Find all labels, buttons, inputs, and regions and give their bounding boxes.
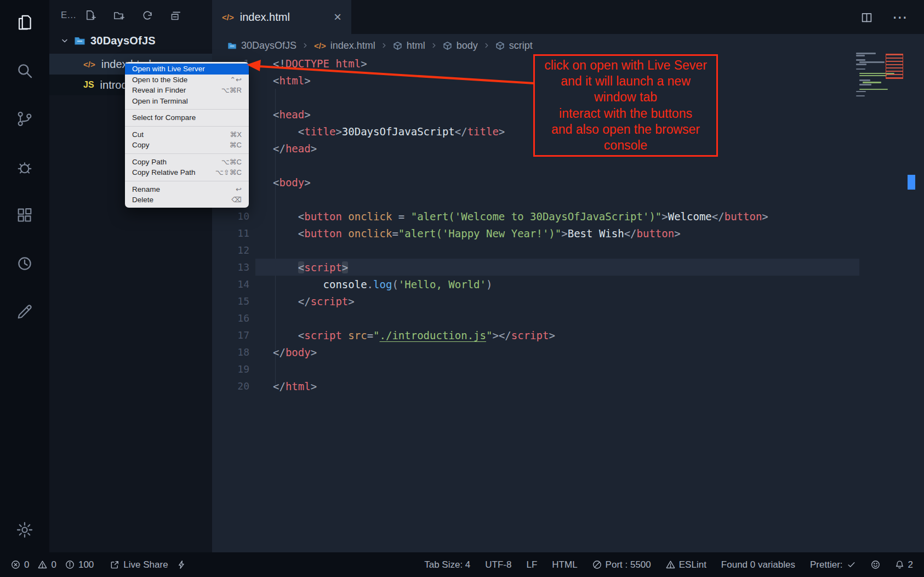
breadcrumb-item-script[interactable]: script (495, 40, 533, 52)
status-item-bolt[interactable] (177, 560, 186, 569)
line-number: 12 (212, 244, 249, 256)
line-number: 14 (212, 278, 249, 290)
html-file-icon: </> (314, 41, 326, 50)
code-line[interactable]: 10 <button onclick = "alert('Welcome to … (212, 208, 924, 225)
code-line[interactable]: 8<body> (212, 174, 924, 191)
menu-separator (125, 126, 249, 127)
source-control-icon[interactable] (15, 110, 34, 128)
annotation-line: and it will launch a new (536, 73, 715, 89)
status-left: 00100Live Share (11, 559, 186, 570)
menu-item[interactable]: Reveal in Finder⌥⌘R (125, 85, 249, 96)
menu-item[interactable]: Select for Compare (125, 112, 249, 123)
code-line[interactable]: 11 <button onclick="alert('Happy New Yea… (212, 225, 924, 242)
menu-item[interactable]: Delete⌫ (125, 195, 249, 205)
code-line[interactable]: 18</body> (212, 344, 924, 361)
status-item-bell[interactable]: 2 (895, 559, 913, 570)
code-line[interactable]: 15 </script> (212, 293, 924, 310)
pen-icon[interactable] (15, 302, 34, 321)
split-editor-icon[interactable] (861, 12, 872, 23)
status-item[interactable]: UTF-8 (485, 559, 511, 570)
collapse-all-icon[interactable] (170, 10, 181, 21)
status-item[interactable]: Prettier: (810, 559, 856, 570)
status-item[interactable]: Tab Size: 4 (424, 559, 470, 570)
port-icon (592, 560, 602, 569)
tab-index-html[interactable]: </> index.html × (212, 0, 351, 34)
annotation-line: and also open the browser (536, 122, 715, 138)
menu-item[interactable]: Rename↩ (125, 184, 249, 195)
chevron-right-icon (301, 42, 309, 49)
minimap[interactable] (856, 53, 903, 95)
code-line[interactable]: 20</html> (212, 378, 924, 395)
line-number: 16 (212, 312, 249, 324)
explorer-icon[interactable] (15, 13, 34, 32)
more-actions-icon[interactable]: ⋯ (892, 8, 909, 26)
code-line[interactable]: 19 (212, 361, 924, 378)
code-line[interactable]: 7 (212, 157, 924, 174)
sidebar-header: E… (49, 0, 212, 31)
status-item[interactable]: HTML (552, 559, 577, 570)
chevron-down-icon (60, 36, 69, 45)
breadcrumb-item-body[interactable]: body (443, 40, 478, 52)
code-line[interactable]: 9 (212, 191, 924, 208)
status-item-smiley[interactable] (871, 560, 880, 569)
status-item-info[interactable]: 100 (65, 559, 94, 570)
breadcrumb-item-folder[interactable]: 30DaysOfJS (227, 40, 296, 52)
new-folder-icon[interactable] (113, 10, 124, 21)
info-icon (65, 560, 75, 569)
activity-bar (0, 0, 49, 552)
code-line[interactable]: 13 <script> (212, 259, 924, 276)
warning-icon (38, 560, 47, 569)
breadcrumb-item-file[interactable]: </> index.html (314, 40, 375, 52)
annotation-line: interact with the buttons (536, 106, 715, 122)
clock-icon[interactable] (15, 254, 34, 273)
line-number: 17 (212, 329, 249, 341)
code-line[interactable]: 14 console.log('Hello, World') (212, 276, 924, 293)
chevron-right-icon (483, 42, 490, 49)
warning-icon (666, 560, 675, 569)
bell-icon (895, 560, 904, 569)
menu-item[interactable]: Copy Relative Path⌥⇧⌘C (125, 167, 249, 178)
run-debug-icon[interactable] (15, 158, 34, 176)
html-file-icon: </> (222, 13, 234, 22)
menu-item[interactable]: Cut⌘X (125, 129, 249, 140)
menu-item[interactable]: Open with Live Server (125, 64, 249, 75)
html-file-icon: </> (83, 60, 95, 69)
status-item-port[interactable]: Port : 5500 (592, 559, 651, 570)
close-icon[interactable]: × (334, 10, 341, 24)
code-line[interactable]: 16 (212, 310, 924, 327)
menu-item[interactable]: Open to the Side⌃↩ (125, 75, 249, 85)
line-number: 10 (212, 210, 249, 222)
status-item-error[interactable]: 0 (11, 559, 29, 570)
status-item-warning[interactable]: 0 (38, 559, 56, 570)
annotation-line: window tab (536, 89, 715, 105)
tab-label: index.html (240, 11, 290, 24)
annotation-line: click on open with Live Sever (536, 58, 715, 73)
breadcrumb-item-html[interactable]: html (393, 40, 425, 52)
editor-actions: ⋯ (861, 0, 924, 34)
sidebar-title: E… (61, 10, 76, 21)
settings-gear-icon[interactable] (15, 521, 34, 539)
status-item[interactable]: Found 0 variables (721, 559, 795, 570)
tree-root-30daysofjs[interactable]: 30DaysOfJS (49, 31, 212, 50)
status-right: Tab Size: 4UTF-8LFHTMLPort : 5500ESLintF… (424, 559, 913, 570)
search-icon[interactable] (15, 61, 34, 80)
error-icon (11, 560, 20, 569)
scrollbar-marker[interactable] (908, 175, 915, 190)
refresh-icon[interactable] (142, 10, 153, 21)
menu-item[interactable]: Open in Terminal (125, 96, 249, 107)
sidebar-actions (85, 10, 181, 21)
line-number: 20 (212, 380, 249, 392)
new-file-icon[interactable] (85, 10, 96, 21)
line-number: 13 (212, 261, 249, 273)
smiley-icon (871, 560, 880, 569)
menu-item[interactable]: Copy⌘C (125, 140, 249, 151)
menu-separator (125, 109, 249, 110)
status-item-liveshare[interactable]: Live Share (110, 559, 168, 570)
status-item-warning[interactable]: ESLint (666, 559, 706, 570)
menu-item[interactable]: Copy Path⌥⌘C (125, 157, 249, 168)
minimap-annotation-mark (886, 54, 903, 79)
extensions-icon[interactable] (15, 206, 34, 225)
code-line[interactable]: 12 (212, 242, 924, 259)
code-line[interactable]: 17 <script src="./introduction.js"></scr… (212, 327, 924, 344)
status-item[interactable]: LF (526, 559, 537, 570)
